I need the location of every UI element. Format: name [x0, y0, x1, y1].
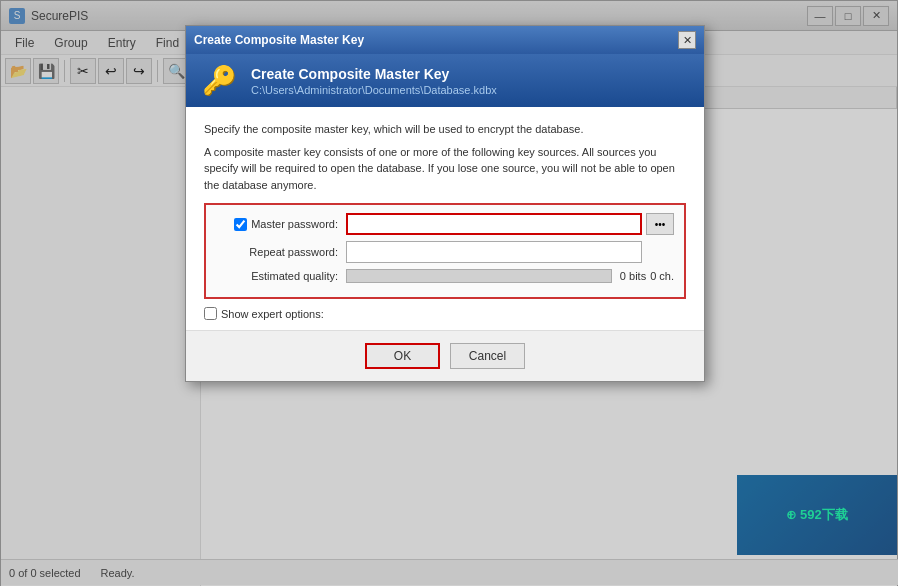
quality-chars: 0 ch.: [650, 270, 674, 282]
dialog-title-bar: Create Composite Master Key ✕: [186, 26, 704, 54]
dialog-header-subtitle: C:\Users\Administrator\Documents\Databas…: [251, 84, 497, 96]
repeat-password-input[interactable]: [346, 241, 642, 263]
cancel-button[interactable]: Cancel: [450, 343, 525, 369]
dialog-header-title: Create Composite Master Key: [251, 66, 497, 82]
key-icon: 🔑: [202, 64, 237, 97]
dialog-header: 🔑 Create Composite Master Key C:\Users\A…: [186, 54, 704, 107]
master-password-input[interactable]: [346, 213, 642, 235]
create-master-key-dialog: Create Composite Master Key ✕ 🔑 Create C…: [185, 25, 705, 382]
repeat-password-row: Repeat password:: [216, 241, 674, 263]
dialog-description-2: A composite master key consists of one o…: [204, 144, 686, 194]
expert-options-row: Show expert options:: [204, 307, 686, 320]
expert-options-checkbox[interactable]: [204, 307, 217, 320]
quality-label: Estimated quality:: [216, 270, 346, 282]
quality-bits: 0 bits: [620, 270, 646, 282]
dialog-description-1: Specify the composite master key, which …: [204, 121, 686, 138]
dialog-body: Specify the composite master key, which …: [186, 107, 704, 330]
quality-bar: [346, 269, 612, 283]
dialog-footer: OK Cancel: [186, 330, 704, 381]
master-password-checkbox[interactable]: [234, 218, 247, 231]
dialog-close-button[interactable]: ✕: [678, 31, 696, 49]
peek-password-button[interactable]: •••: [646, 213, 674, 235]
master-password-row: Master password: •••: [216, 213, 674, 235]
expert-options-label: Show expert options:: [221, 308, 324, 320]
master-password-label: Master password:: [216, 218, 346, 231]
quality-row: Estimated quality: 0 bits 0 ch.: [216, 269, 674, 283]
ok-button[interactable]: OK: [365, 343, 440, 369]
repeat-password-label: Repeat password:: [216, 246, 346, 258]
dialog-header-text: Create Composite Master Key C:\Users\Adm…: [251, 66, 497, 96]
form-section: Master password: ••• Repeat password: Es…: [204, 203, 686, 299]
dialog-title-text: Create Composite Master Key: [194, 33, 364, 47]
